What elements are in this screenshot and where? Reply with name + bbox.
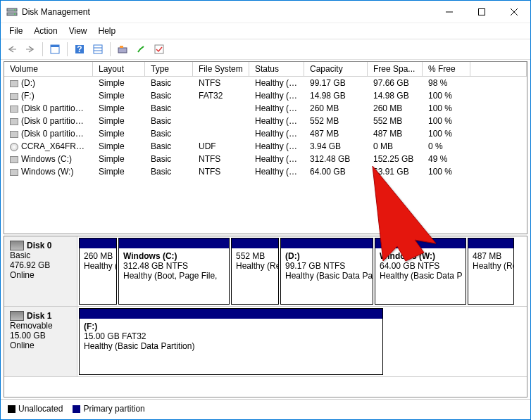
legend-primary: Primary partition <box>73 404 144 414</box>
volume-header: Volume Layout Type File System Status Ca… <box>4 62 527 77</box>
toolbar-button[interactable] <box>132 41 149 58</box>
menu-action[interactable]: Action <box>28 25 63 37</box>
column-type[interactable]: Type <box>145 62 193 76</box>
disk-icon <box>10 311 24 321</box>
app-icon <box>6 6 18 18</box>
menubar: File Action View Help <box>1 23 530 39</box>
disk-row: Disk 1Removable15.00 GBOnline(F:)15.00 G… <box>4 307 527 377</box>
table-row[interactable]: (Disk 0 partition 1)SimpleBasicHealthy (… <box>4 102 527 115</box>
svg-rect-17 <box>118 48 127 53</box>
drive-icon <box>10 156 18 163</box>
svg-point-2 <box>14 9 15 11</box>
table-row[interactable]: (D:)SimpleBasicNTFSHealthy (B...99.17 GB… <box>4 77 527 89</box>
forward-button[interactable] <box>22 41 39 58</box>
menu-help[interactable]: Help <box>93 25 122 37</box>
toolbar-separator <box>110 42 111 56</box>
svg-rect-18 <box>120 46 123 48</box>
column-filesystem[interactable]: File System <box>193 62 249 76</box>
drive-icon <box>10 131 18 138</box>
drive-icon <box>10 93 18 100</box>
disk-pane: Disk 0Basic476.92 GBOnline260 MBHealthy … <box>4 236 527 397</box>
column-free[interactable]: Free Spa... <box>368 62 423 76</box>
legend: Unallocated Primary partition <box>1 399 530 417</box>
toolbar-separator <box>67 42 68 56</box>
legend-unallocated: Unallocated <box>8 404 63 414</box>
table-row[interactable]: CCRA_X64FRE_EN...SimpleBasicUDFHealthy (… <box>4 140 527 153</box>
partition[interactable]: 260 MBHealthy ( <box>79 238 117 305</box>
menu-view[interactable]: View <box>63 25 93 37</box>
disk-info[interactable]: Disk 0Basic476.92 GBOnline <box>4 236 77 306</box>
toolbar-button[interactable] <box>114 41 131 58</box>
toolbar-button[interactable] <box>46 41 63 58</box>
column-pct[interactable]: % Free <box>423 62 470 76</box>
toolbar: ? <box>1 39 530 60</box>
maximize-button[interactable] <box>466 1 498 23</box>
column-status[interactable]: Status <box>249 62 304 76</box>
toolbar-button[interactable] <box>89 41 106 58</box>
column-capacity[interactable]: Capacity <box>304 62 368 76</box>
drive-icon <box>10 106 18 113</box>
svg-text:?: ? <box>77 44 82 54</box>
close-button[interactable] <box>498 1 530 23</box>
partition[interactable]: (D:)99.17 GB NTFSHealthy (Basic Data Pa <box>280 238 373 305</box>
disk-info[interactable]: Disk 1Removable15.00 GBOnline <box>4 307 77 376</box>
partition[interactable]: Windows (W:)64.00 GB NTFSHealthy (Basic … <box>375 238 466 305</box>
disk-row: Disk 0Basic476.92 GBOnline260 MBHealthy … <box>4 236 527 307</box>
column-volume[interactable]: Volume <box>4 62 93 76</box>
window-title: Disk Management <box>22 7 433 17</box>
titlebar: Disk Management <box>1 1 530 23</box>
svg-rect-19 <box>155 45 163 53</box>
drive-icon <box>10 118 18 125</box>
svg-point-3 <box>14 13 15 15</box>
disk-icon <box>10 241 24 250</box>
cd-icon <box>10 143 18 151</box>
toolbar-button[interactable] <box>151 41 168 58</box>
back-button[interactable] <box>4 41 20 58</box>
help-button[interactable]: ? <box>71 41 88 58</box>
partition[interactable]: 487 MBHealthy (Re <box>468 238 514 305</box>
drive-icon <box>10 169 18 176</box>
table-row[interactable]: (F:)SimpleBasicFAT32Healthy (B...14.98 G… <box>4 89 527 102</box>
svg-rect-11 <box>51 45 59 47</box>
menu-file[interactable]: File <box>4 25 28 37</box>
toolbar-separator <box>42 42 43 56</box>
drive-icon <box>10 80 18 87</box>
volume-list: Volume Layout Type File System Status Ca… <box>4 61 527 234</box>
partition[interactable]: (F:)15.00 GB FAT32Healthy (Basic Data Pa… <box>79 308 383 375</box>
table-row[interactable]: Windows (W:)SimpleBasicNTFSHealthy (B...… <box>4 165 527 178</box>
column-pad <box>470 62 527 76</box>
svg-rect-14 <box>94 45 102 53</box>
partition[interactable]: 552 MBHealthy (Re <box>231 238 279 305</box>
table-row[interactable]: (Disk 0 partition 4)SimpleBasicHealthy (… <box>4 115 527 127</box>
minimize-button[interactable] <box>433 1 466 23</box>
table-row[interactable]: (Disk 0 partition 6)SimpleBasicHealthy (… <box>4 127 527 140</box>
svg-rect-5 <box>479 8 485 15</box>
table-row[interactable]: Windows (C:)SimpleBasicNTFSHealthy (B...… <box>4 153 527 165</box>
partition[interactable]: Windows (C:)312.48 GB NTFSHealthy (Boot,… <box>118 238 230 305</box>
column-layout[interactable]: Layout <box>93 62 145 76</box>
